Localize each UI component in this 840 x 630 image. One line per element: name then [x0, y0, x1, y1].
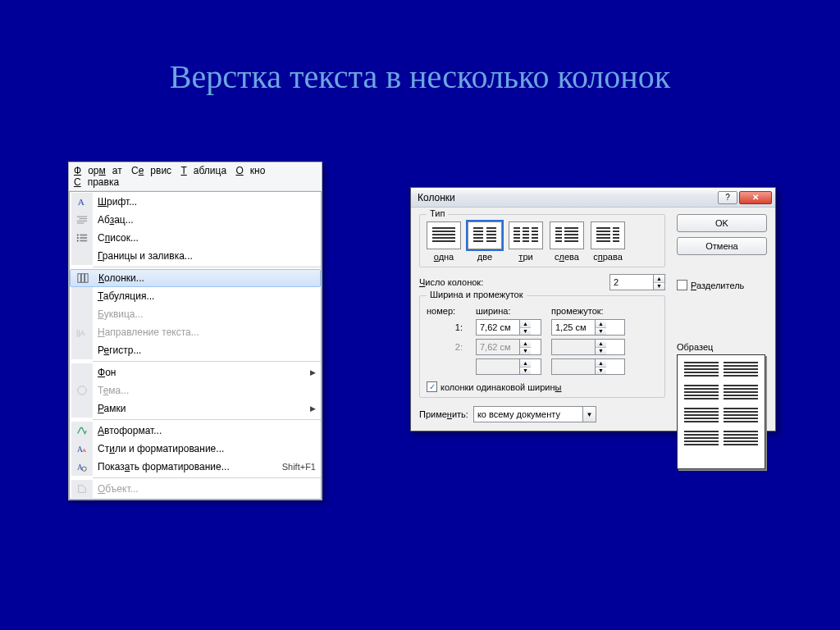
- svg-rect-58: [564, 237, 578, 239]
- svg-rect-68: [613, 237, 619, 239]
- row2-gap-input: [552, 340, 595, 354]
- borders-icon: [71, 247, 93, 265]
- styles-icon: AA: [71, 440, 93, 458]
- separator: [93, 477, 321, 478]
- mi-borders[interactable]: Границы и заливка...: [70, 247, 321, 265]
- svg-rect-35: [514, 227, 520, 229]
- svg-rect-59: [564, 240, 578, 242]
- dialog-title: Колонки: [418, 192, 716, 203]
- svg-rect-11: [78, 274, 81, 283]
- row1-gap-input[interactable]: [552, 320, 595, 335]
- svg-rect-38: [514, 237, 520, 239]
- row2-width-spinner: ▲▼: [476, 339, 541, 355]
- equal-width-checkbox[interactable]: ✓ колонки одинаковой ширины: [427, 381, 658, 392]
- svg-rect-49: [532, 240, 538, 242]
- svg-rect-24: [432, 240, 455, 242]
- textdir-icon: ||A: [71, 323, 93, 341]
- row1-width-spinner[interactable]: ▲▼: [476, 319, 541, 336]
- frames-icon: [71, 399, 93, 418]
- type-one[interactable]: одна: [427, 221, 461, 262]
- separator: [93, 267, 321, 267]
- svg-rect-36: [514, 231, 520, 232]
- mi-textdir: ||A Направление текста...: [70, 323, 321, 341]
- mi-object: Объект...: [70, 480, 321, 498]
- spin-down-icon[interactable]: ▼: [654, 283, 664, 290]
- menu-service[interactable]: Сервис: [131, 165, 171, 176]
- svg-rect-20: [432, 227, 455, 229]
- mi-case[interactable]: Регистр...: [70, 341, 321, 359]
- cancel-button[interactable]: Отмена: [677, 237, 767, 255]
- svg-rect-27: [473, 234, 483, 235]
- case-icon: [71, 341, 93, 359]
- mi-list[interactable]: Список...: [70, 229, 321, 247]
- mi-reveal[interactable]: A Показать форматирование... Shift+F1: [70, 458, 321, 476]
- svg-text:A: A: [82, 447, 86, 454]
- svg-rect-2: [80, 218, 88, 219]
- submenu-arrow-icon: ▶: [310, 404, 316, 413]
- menu-table[interactable]: Таблица: [180, 165, 226, 176]
- svg-rect-8: [80, 237, 87, 239]
- row2-width-input: [477, 340, 519, 354]
- menu-window[interactable]: Окно: [235, 165, 265, 176]
- tabs-icon: [71, 287, 93, 305]
- svg-rect-39: [514, 240, 520, 242]
- titlebar[interactable]: Колонки ? ✕: [411, 188, 775, 208]
- menu-help[interactable]: Справка: [74, 176, 119, 188]
- apply-value: ко всему документу: [474, 409, 582, 419]
- svg-rect-46: [532, 231, 538, 232]
- svg-rect-6: [80, 235, 87, 236]
- type-three[interactable]: три: [509, 221, 543, 262]
- separator: [93, 419, 321, 420]
- svg-rect-26: [473, 231, 483, 232]
- width-group: Ширина и промежуток номер: ширина: проме…: [419, 295, 665, 398]
- mi-font[interactable]: A Шрифт...: [70, 193, 321, 211]
- row1-gap-spinner[interactable]: ▲▼: [551, 319, 625, 336]
- mi-columns[interactable]: Колонки...: [70, 269, 321, 287]
- list-icon: [71, 229, 93, 247]
- mi-bg[interactable]: Фон ▶: [70, 363, 321, 381]
- svg-rect-69: [613, 240, 619, 242]
- svg-rect-44: [523, 240, 529, 242]
- mi-tabs[interactable]: Табуляция...: [70, 287, 321, 305]
- hdr-num: номер:: [427, 306, 466, 316]
- theme-icon: [71, 381, 93, 399]
- count-input[interactable]: [610, 275, 653, 290]
- svg-rect-62: [596, 234, 610, 235]
- mi-paragraph[interactable]: Абзац...: [70, 211, 321, 229]
- svg-rect-34: [486, 240, 496, 242]
- svg-rect-65: [613, 227, 619, 229]
- row3-width-spinner: ▲▼: [476, 358, 541, 375]
- help-button[interactable]: ?: [718, 191, 737, 204]
- type-left[interactable]: слева: [550, 221, 584, 262]
- type-right[interactable]: справа: [591, 221, 625, 262]
- svg-rect-48: [532, 237, 538, 239]
- row1-width-input[interactable]: [477, 320, 519, 335]
- svg-rect-56: [564, 231, 578, 232]
- ok-button[interactable]: OK: [677, 214, 767, 232]
- shortcut: Shift+F1: [282, 462, 316, 472]
- svg-rect-55: [564, 227, 578, 229]
- count-spinner[interactable]: ▲▼: [609, 274, 665, 290]
- svg-rect-66: [613, 231, 619, 232]
- svg-rect-22: [432, 234, 455, 235]
- menu-format[interactable]: Формат: [74, 165, 122, 176]
- close-button[interactable]: ✕: [739, 191, 772, 204]
- type-two[interactable]: две: [468, 221, 502, 262]
- apply-combo[interactable]: ко всему документу ▼: [473, 406, 596, 422]
- svg-rect-45: [532, 227, 538, 229]
- row2-num: 2:: [427, 342, 466, 352]
- submenu-arrow-icon: ▶: [310, 368, 316, 377]
- svg-rect-13: [85, 274, 89, 283]
- mi-frames[interactable]: Рамки ▶: [70, 399, 321, 418]
- mi-autoformat[interactable]: Автоформат...: [70, 422, 321, 440]
- paragraph-icon: [71, 211, 93, 229]
- svg-rect-3: [77, 221, 87, 221]
- dropdown-icon[interactable]: ▼: [582, 407, 596, 422]
- separator-checkbox[interactable]: Разделитель: [677, 280, 767, 290]
- spin-up-icon[interactable]: ▲: [654, 275, 664, 283]
- mi-styles[interactable]: AA Стили и форматирование...: [70, 440, 321, 458]
- svg-rect-47: [532, 234, 538, 235]
- svg-rect-23: [432, 237, 455, 239]
- svg-rect-63: [596, 237, 610, 239]
- svg-rect-25: [473, 227, 483, 229]
